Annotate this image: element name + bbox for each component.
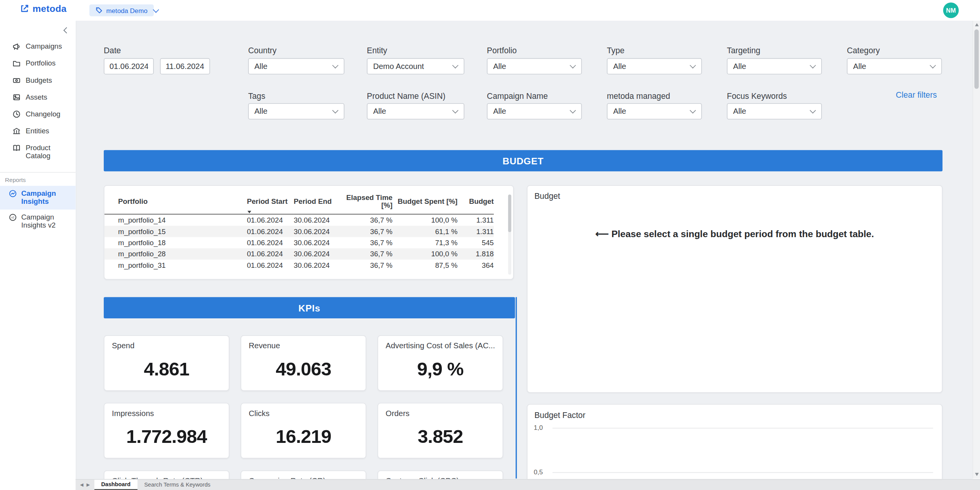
table-scrollbar[interactable] [508,195,511,275]
workspace-tag-icon [96,7,103,14]
kpi-title: Spend [112,341,134,350]
column-header-period-start[interactable]: Period Start [247,192,294,214]
scroll-down-icon[interactable] [975,473,978,476]
chevron-down-icon [452,62,458,68]
cell-budget: 1.311 [457,226,494,237]
cell-period-end: 30.06.2024 [294,260,335,271]
column-header-portfolio[interactable]: Portfolio [105,192,247,214]
country-filter-value: Alle [254,62,267,71]
kpi-title: Impressions [112,409,154,418]
sidebar-item-product-catalog[interactable]: Product Catalog [0,139,76,164]
focus-keywords-filter-dropdown[interactable]: Alle [727,103,822,119]
gridline [552,428,933,429]
tags-filter-label: Tags [248,91,265,100]
metoda-logo[interactable]: metoda [20,3,67,14]
column-header-budget-spent[interactable]: Budget Spent [%] [392,192,457,214]
campaign-name-filter-dropdown[interactable]: Alle [487,103,582,119]
metoda-managed-filter-dropdown[interactable]: Alle [607,103,702,119]
category-filter-dropdown[interactable]: Alle [847,58,942,74]
chevron-down-icon [332,107,338,113]
column-header-period-end[interactable]: Period End [294,192,335,214]
kpi-title: Orders [385,409,409,418]
app: metoda metoda Demo NM Campaigns [0,0,980,490]
folder-icon [13,59,21,67]
sidebar-item-budgets[interactable]: Budgets [0,72,76,89]
sidebar-item-label: Changelog [26,110,60,118]
sidebar-item-label: Campaigns [26,43,62,51]
entity-filter-dropdown[interactable]: Demo Account [367,58,464,74]
chevron-down-icon [332,62,338,68]
sidebar-item-campaign-insights[interactable]: Campaign Insights [0,186,76,210]
type-filter-dropdown[interactable]: Alle [607,58,702,74]
tab-next-button[interactable]: ▶ [87,482,90,487]
sidebar-item-label: Campaign Insights [21,190,74,206]
date-from-input[interactable] [104,58,154,74]
tags-filter-dropdown[interactable]: Alle [248,103,344,119]
targeting-filter-dropdown[interactable]: Alle [727,58,822,74]
sidebar-item-label: Campaign Insights v2 [21,213,74,229]
product-name-filter-value: Alle [373,107,386,116]
scrollbar-thumb[interactable] [974,29,978,89]
sidebar-item-campaign-insights-v2[interactable]: v2 Campaign Insights v2 [0,210,76,233]
country-filter-dropdown[interactable]: Alle [248,58,344,74]
reports-section-label: Reports [0,175,76,186]
entity-filter-value: Demo Account [373,62,424,71]
sidebar-item-label: Entities [26,127,49,135]
table-row[interactable]: m_portfolio_31 01.06.2024 30.06.2024 36,… [105,260,494,271]
cell-period-start: 01.06.2024 [247,226,294,237]
tab-dashboard[interactable]: Dashboard [94,479,137,490]
sidebar-item-entities[interactable]: Entities [0,123,76,139]
sidebar-item-portfolios[interactable]: Portfolios [0,55,76,72]
chevron-down-icon [570,62,576,68]
chevron-down-icon[interactable] [153,7,159,13]
chevron-down-icon [690,107,696,113]
column-header-elapsed-time[interactable]: Elapsed Time [%] [335,192,392,214]
scroll-up-icon[interactable] [975,23,978,26]
cell-budget: 1.311 [457,214,494,226]
country-filter-label: Country [248,46,276,55]
insights-v2-icon: v2 [9,213,17,221]
table-row[interactable]: m_portfolio_15 01.06.2024 30.06.2024 36,… [105,226,494,237]
tab-nav-arrows: ◀ ▶ [76,479,95,490]
kpi-title: Advertising Cost of Sales (AC... [385,341,495,350]
table-row[interactable]: m_portfolio_28 01.06.2024 30.06.2024 36,… [105,248,494,259]
entity-filter-label: Entity [367,46,387,55]
portfolio-filter-label: Portfolio [487,46,517,55]
cell-period-end: 30.06.2024 [294,248,335,259]
page-tab-bar: ◀ ▶ Dashboard Search Terms & Keywords [76,479,980,490]
table-scrollbar-thumb[interactable] [508,195,511,232]
kpi-value: 16.219 [241,426,366,447]
campaign-name-filter-value: Alle [493,107,506,116]
kpi-card-cr: Conversion Rate (CR) [241,470,366,479]
targeting-filter-value: Alle [733,62,746,71]
bank-icon [13,127,21,135]
avatar[interactable]: NM [943,3,959,18]
date-to-input[interactable] [160,58,210,74]
kpi-value: 3.852 [378,426,503,447]
table-row[interactable]: m_portfolio_14 01.06.2024 30.06.2024 36,… [105,214,494,226]
cell-budget-spent: 61,1 % [392,226,457,237]
tab-search-terms-keywords[interactable]: Search Terms & Keywords [137,479,217,490]
y-axis-tick: 1,0 [534,423,549,431]
tab-prev-button[interactable]: ◀ [80,482,83,487]
sidebar-item-changelog[interactable]: Changelog [0,106,76,123]
table-row[interactable]: m_portfolio_18 01.06.2024 30.06.2024 36,… [105,237,494,248]
cell-budget: 1.818 [457,248,494,259]
column-header-budget[interactable]: Budget [457,192,494,214]
product-name-filter-label: Product Name (ASIN) [367,91,445,100]
clear-filters-link[interactable]: Clear filters [862,90,937,99]
report-canvas: Date Country Alle Entity Demo Account Po… [76,21,973,479]
kpi-card-clicks: Clicks 16.219 [241,403,366,458]
sidebar-item-campaigns[interactable]: Campaigns [0,38,76,55]
portfolio-filter-dropdown[interactable]: Alle [487,58,582,74]
focus-keywords-filter-value: Alle [733,107,746,116]
megaphone-icon [13,43,21,51]
topbar: metoda metoda Demo NM [0,0,980,21]
sidebar-item-assets[interactable]: Assets [0,89,76,106]
sidebar-item-label: Portfolios [26,59,56,67]
product-name-filter-dropdown[interactable]: Alle [367,103,464,119]
budget-factor-card: Budget Factor 1,0 0,5 [527,404,942,479]
workspace-selector[interactable]: metoda Demo [89,4,154,16]
tags-filter-value: Alle [254,107,267,116]
vertical-scrollbar[interactable] [972,21,980,479]
